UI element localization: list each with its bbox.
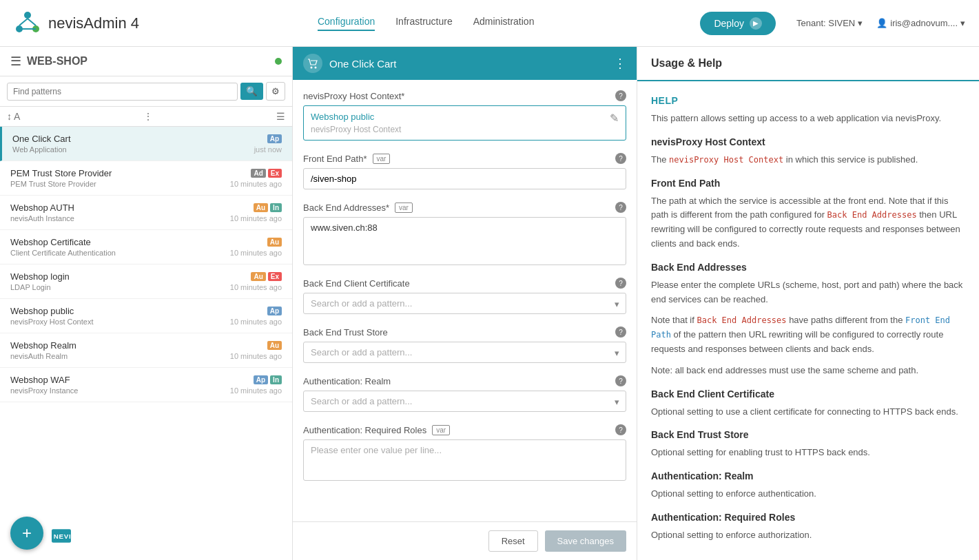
- user-area: Tenant: SIVEN ▾ 👤 iris@adnovum.... ▾: [796, 18, 965, 28]
- top-nav: nevisAdmin 4 Configuration Infrastructur…: [0, 0, 979, 47]
- sidebar-item-time: 10 minutes ago: [230, 386, 282, 395]
- help-section-header: Authentication: Required Roles: [651, 512, 965, 523]
- more-options-button[interactable]: ⋮: [143, 111, 153, 122]
- help-icon-auth-roles[interactable]: ?: [615, 424, 626, 435]
- field-back-end-trust-store: Back End Trust Store ? Search or add a p…: [303, 326, 626, 363]
- var-badge-auth-roles[interactable]: var: [432, 425, 450, 435]
- field-back-end-addresses-label: Back End Addresses* var ?: [303, 202, 626, 213]
- sidebar-bottom-area: + NEVIS: [0, 512, 292, 560]
- sidebar-item-name: One Click Cart: [12, 134, 71, 144]
- help-icon-auth-realm[interactable]: ?: [615, 375, 626, 386]
- sidebar-item-sub: LDAP Login: [10, 283, 51, 291]
- front-end-path-input[interactable]: [303, 168, 626, 189]
- deploy-label: Deploy: [714, 18, 744, 29]
- trust-store-select-wrapper: Search or add a pattern... ▾: [303, 342, 626, 363]
- auth-required-roles-input[interactable]: Please enter one value per line...: [303, 439, 626, 481]
- sidebar-item-badges: Ap: [267, 307, 282, 315]
- back-end-addresses-input[interactable]: www.siven.ch:88: [303, 217, 626, 265]
- search-input[interactable]: [7, 83, 238, 101]
- client-cert-select[interactable]: Search or add a pattern...: [303, 293, 626, 314]
- svg-point-9: [315, 67, 317, 69]
- center-panel: One Click Cart ⋮ nevisProxy Host Context…: [293, 47, 637, 560]
- svg-point-0: [24, 12, 31, 19]
- project-name: WEB-SHOP: [27, 55, 269, 68]
- nav-configuration[interactable]: Configuration: [318, 16, 375, 31]
- help-section-text: The path at which the service is accessi…: [651, 194, 965, 251]
- sidebar-item-top: Webshop Realm Au: [10, 340, 282, 351]
- sidebar-item-top: Webshop login AuEx: [10, 271, 282, 282]
- var-badge-back-end[interactable]: var: [395, 203, 413, 213]
- field-front-end-path: Front End Path* var ?: [303, 153, 626, 189]
- list-item[interactable]: Webshop public Ap nevisProxy Host Contex…: [0, 299, 292, 333]
- sidebar-item-badges: AuEx: [251, 272, 282, 281]
- badge: Ap: [267, 134, 282, 143]
- help-icon-front-end[interactable]: ?: [615, 153, 626, 164]
- sidebar-item-top: Webshop public Ap: [10, 306, 282, 316]
- sidebar-item-name: Webshop Certificate: [10, 237, 91, 247]
- list-item[interactable]: PEM Trust Store Provider AdEx PEM Trust …: [0, 161, 292, 196]
- right-content: HELPThis pattern allows setting up acces…: [637, 81, 979, 560]
- list-item[interactable]: Webshop login AuEx LDAP Login 10 minutes…: [0, 265, 292, 299]
- badge: Ex: [268, 169, 282, 178]
- center-content: nevisProxy Host Context* ? Webshop publi…: [293, 80, 637, 521]
- svg-line-4: [28, 19, 36, 25]
- nevisproxy-host-link[interactable]: Webshop public: [311, 112, 401, 122]
- field-authentication-realm: Authentication: Realm ? Search or add a …: [303, 375, 626, 412]
- auth-realm-select-wrapper: Search or add a pattern... ▾: [303, 391, 626, 412]
- sidebar-item-bottom: Web Application just now: [12, 145, 282, 154]
- hamburger-icon[interactable]: ☰: [10, 54, 21, 69]
- sidebar-item-bottom: nevisAuth Realm 10 minutes ago: [10, 352, 282, 360]
- badge: Ex: [268, 272, 282, 281]
- sidebar-item-badges: ApIn: [254, 375, 282, 384]
- help-section-header: Front End Path: [651, 178, 965, 189]
- reset-button[interactable]: Reset: [488, 530, 538, 552]
- var-badge-front-end[interactable]: var: [373, 154, 391, 164]
- save-button[interactable]: Save changes: [545, 530, 626, 552]
- list-item[interactable]: Webshop AUTH AuIn nevisAuth Instance 10 …: [0, 196, 292, 230]
- auth-realm-select[interactable]: Search or add a pattern...: [303, 391, 626, 412]
- help-section-text: Note: all back end addresses must use th…: [651, 364, 965, 378]
- field-auth-required-roles: Authentication: Required Roles var ? Ple…: [303, 424, 626, 481]
- filter-button[interactable]: ⚙: [266, 82, 285, 101]
- user-chevron-icon: ▾: [960, 18, 965, 28]
- sidebar-item-badges: Ap: [267, 134, 282, 143]
- center-footer: Reset Save changes: [293, 521, 637, 560]
- nav-administration[interactable]: Administration: [473, 16, 535, 31]
- help-icon-trust-store[interactable]: ?: [615, 326, 626, 338]
- trust-store-select[interactable]: Search or add a pattern...: [303, 342, 626, 363]
- badge: Ap: [267, 307, 282, 315]
- deploy-button[interactable]: Deploy ▶: [700, 12, 776, 35]
- sidebar-item-badges: AdEx: [251, 169, 282, 178]
- user-menu[interactable]: 👤 iris@adnovum.... ▾: [876, 18, 965, 28]
- help-icon-back-end[interactable]: ?: [615, 202, 626, 213]
- sort-button[interactable]: ↕ A: [7, 111, 20, 122]
- tenant-selector[interactable]: Tenant: SIVEN ▾: [796, 18, 863, 28]
- sidebar-item-sub: nevisProxy Host Context: [10, 318, 93, 326]
- sidebar-item-bottom: Client Certificate Authentication 10 min…: [10, 249, 282, 257]
- nav-infrastructure[interactable]: Infrastructure: [395, 16, 452, 31]
- badge: In: [270, 375, 282, 384]
- right-panel: Usage & Help HELPThis pattern allows set…: [637, 47, 979, 560]
- main-layout: ☰ WEB-SHOP 🔍 ⚙ ↕ A ⋮ ☰ One Click Cart Ap…: [0, 47, 979, 560]
- sidebar-item-time: 10 minutes ago: [230, 318, 282, 326]
- sidebar-item-time: 10 minutes ago: [230, 352, 282, 360]
- list-item[interactable]: Webshop Certificate Au Client Certificat…: [0, 230, 292, 265]
- project-status-indicator: [275, 58, 282, 65]
- sidebar-item-sub: nevisProxy Instance: [10, 386, 78, 395]
- help-section-header: Back End Client Certificate: [651, 388, 965, 400]
- add-pattern-button[interactable]: +: [10, 517, 43, 550]
- list-item[interactable]: Webshop WAF ApIn nevisProxy Instance 10 …: [0, 368, 292, 402]
- sidebar-item-sub: nevisAuth Instance: [10, 214, 74, 222]
- help-section-header: Back End Addresses: [651, 262, 965, 273]
- search-button[interactable]: 🔍: [240, 83, 263, 100]
- list-item[interactable]: One Click Cart Ap Web Application just n…: [0, 127, 292, 161]
- help-icon-nevisproxy[interactable]: ?: [615, 90, 626, 101]
- list-view-button[interactable]: ☰: [276, 111, 285, 122]
- help-icon-client-cert[interactable]: ?: [615, 278, 626, 289]
- left-sidebar: ☰ WEB-SHOP 🔍 ⚙ ↕ A ⋮ ☰ One Click Cart Ap…: [0, 47, 293, 560]
- help-section-text: Please enter the complete URLs (scheme, …: [651, 278, 965, 307]
- nevisproxy-host-inner: Webshop public nevisProxy Host Context: [311, 112, 401, 134]
- center-menu-icon[interactable]: ⋮: [614, 56, 626, 71]
- list-item[interactable]: Webshop Realm Au nevisAuth Realm 10 minu…: [0, 333, 292, 368]
- right-header-title: Usage & Help: [651, 57, 722, 69]
